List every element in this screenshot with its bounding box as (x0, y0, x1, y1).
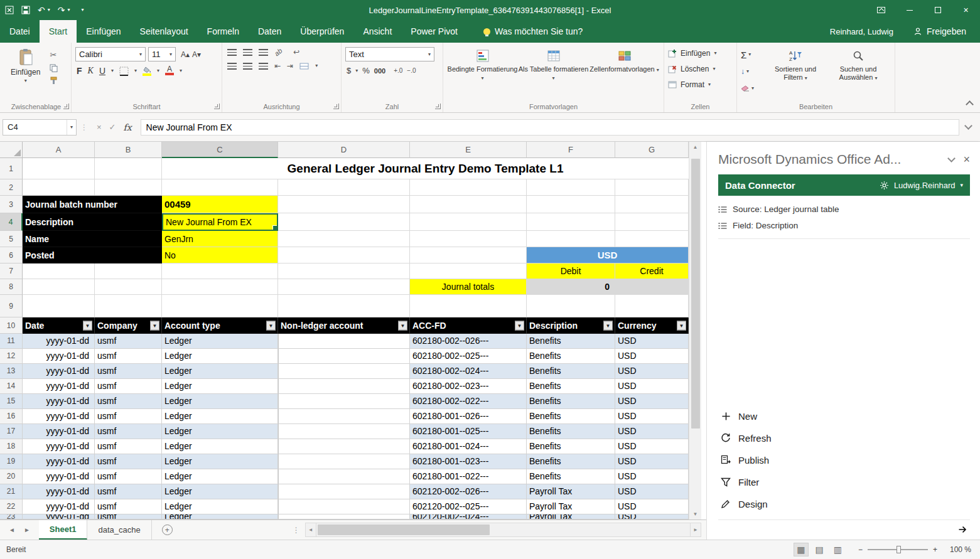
cell-non-ledger-account[interactable] (278, 499, 410, 514)
credit-header-cell[interactable]: Credit (615, 264, 689, 279)
customize-qat-icon[interactable]: ▾ (82, 8, 84, 13)
column-header[interactable]: C (162, 142, 278, 158)
row-header[interactable]: 21 (0, 484, 23, 499)
cell-acc-fd[interactable]: 602180-001--026--- (410, 409, 527, 424)
ribbon-tab[interactable]: Datei (0, 20, 40, 43)
journal-total-debit-cell[interactable]: 0 (527, 279, 615, 295)
format-as-table-button[interactable]: Als Tabelle formatieren ▾ (518, 45, 589, 100)
cell-date[interactable]: yyyy-01-dd (23, 454, 95, 469)
cell-company[interactable]: usmf (95, 394, 162, 409)
font-dialog-launcher-icon[interactable] (214, 104, 220, 109)
shrink-font-icon[interactable]: A▾ (192, 50, 201, 59)
cell-B1[interactable] (95, 158, 162, 179)
value-name[interactable]: GenJrn (162, 231, 278, 247)
cell-F2[interactable] (527, 179, 615, 196)
cell-acc-fd[interactable]: 602180-001--022--- (410, 469, 527, 484)
cell-acc-fd[interactable]: 602180-001--023--- (410, 454, 527, 469)
autosum-button[interactable]: Σ ▾ (741, 47, 765, 62)
cell-D8[interactable] (278, 279, 410, 295)
cell-E6[interactable] (410, 247, 527, 264)
new-button[interactable]: New (720, 408, 970, 424)
find-select-button[interactable]: Suchen und Auswählen ▾ (826, 45, 891, 100)
cell-acc-fd[interactable]: 602120-002--026--- (410, 484, 527, 499)
increase-indent-icon[interactable]: ⇥ (287, 61, 293, 70)
cell-B8[interactable] (95, 279, 162, 295)
filter-dropdown-icon[interactable]: ▼ (603, 321, 613, 330)
scroll-right-icon[interactable]: ► (690, 523, 701, 537)
filter-button[interactable]: Filter (720, 474, 970, 490)
cell-date[interactable]: yyyy-01-dd (23, 334, 95, 349)
cell-G4[interactable] (615, 213, 689, 231)
cell-A9[interactable] (23, 295, 95, 317)
italic-button[interactable]: K (88, 66, 94, 76)
refresh-button[interactable]: Refresh (720, 430, 970, 446)
cell-account-type[interactable]: Ledger (162, 394, 278, 409)
column-header[interactable]: F (527, 142, 615, 158)
bold-button[interactable]: F (77, 66, 82, 76)
cell-company[interactable]: usmf (95, 469, 162, 484)
column-header[interactable]: G (615, 142, 689, 158)
currency-header-cell[interactable]: USD (527, 247, 689, 264)
cell-account-type[interactable]: Ledger (162, 469, 278, 484)
row-header-10[interactable]: 10 (0, 317, 23, 334)
borders-caret-icon[interactable]: ▾ (134, 68, 137, 73)
percent-style-button[interactable]: % (362, 66, 370, 75)
name-box[interactable]: C4 ▾ (3, 119, 77, 136)
cell-D2[interactable] (278, 179, 410, 196)
undo-icon[interactable]: ↶ (38, 6, 45, 14)
cell-description[interactable]: Benefits (527, 379, 615, 394)
cell-acc-fd[interactable]: 602180-002--024--- (410, 364, 527, 379)
vertical-scrollbar-thumb[interactable] (691, 159, 700, 429)
merge-center-icon[interactable] (299, 63, 309, 70)
sort-filter-button[interactable]: AZ Sortieren und Filtern ▾ (765, 45, 826, 100)
cell-description[interactable]: Benefits (527, 424, 615, 439)
cell-D5[interactable] (278, 231, 410, 247)
cell-E4[interactable] (410, 213, 527, 231)
row-header-7[interactable]: 7 (0, 264, 23, 279)
paste-button[interactable]: Einfügen ▾ (5, 45, 46, 87)
cell-description[interactable]: Payroll Tax (527, 484, 615, 499)
next-sheet-icon[interactable]: ► (24, 526, 30, 533)
tell-me-box[interactable]: Was möchten Sie tun? (483, 20, 583, 43)
format-cells-button[interactable]: Format ▾ (668, 77, 733, 92)
grow-font-icon[interactable]: A▴ (181, 50, 190, 59)
cell-company[interactable]: usmf (95, 364, 162, 379)
accounting-format-icon[interactable]: $ (347, 66, 351, 75)
cell-date[interactable]: yyyy-01-dd (23, 349, 95, 364)
decrease-indent-icon[interactable]: ⇤ (274, 61, 281, 70)
row-header-6[interactable]: 6 (0, 247, 23, 264)
header-description[interactable]: Description▼ (527, 317, 615, 334)
cell-account-type[interactable]: Ledger (162, 499, 278, 514)
cell-date[interactable]: yyyy-01-dd (23, 469, 95, 484)
journal-totals-label-cell[interactable]: Journal totals (410, 279, 527, 295)
accounting-caret-icon[interactable]: ▾ (355, 68, 358, 73)
row-header[interactable]: 15 (0, 394, 23, 409)
cell-acc-fd[interactable]: 602180-001--024--- (410, 439, 527, 454)
scroll-left-icon[interactable]: ◄ (305, 523, 316, 537)
cell-currency[interactable]: USD (615, 439, 689, 454)
cell-company[interactable]: usmf (95, 349, 162, 364)
fill-button[interactable]: ↓ ▾ (741, 64, 765, 79)
row-header[interactable]: 17 (0, 424, 23, 439)
wrap-text-icon[interactable]: ↩ (293, 48, 299, 56)
maximize-button[interactable] (923, 0, 952, 20)
page-layout-view-icon[interactable]: ▤ (813, 543, 826, 556)
row-header[interactable]: 14 (0, 379, 23, 394)
redo-icon[interactable]: ↷ (58, 6, 65, 14)
column-header[interactable]: A (23, 142, 95, 158)
cell-E2[interactable] (410, 179, 527, 196)
cell-C8[interactable] (162, 279, 278, 295)
cell-D4[interactable] (278, 213, 410, 231)
cell-C9[interactable] (162, 295, 278, 317)
ribbon-tab[interactable]: Einfügen (77, 20, 130, 43)
cell-company[interactable]: usmf (95, 499, 162, 514)
expand-formula-bar-icon[interactable] (964, 122, 972, 130)
number-dialog-launcher-icon[interactable] (435, 104, 441, 109)
label-journal-batch-number[interactable]: Journal batch number (23, 196, 162, 213)
cell-company[interactable]: usmf (95, 334, 162, 349)
align-middle-icon[interactable] (243, 49, 252, 56)
cell-G9[interactable] (615, 295, 689, 317)
cell-acc-fd[interactable]: 602180-002--023--- (410, 379, 527, 394)
zoom-slider-thumb[interactable] (897, 546, 901, 553)
connector-user-caret-icon[interactable]: ▾ (960, 182, 963, 188)
